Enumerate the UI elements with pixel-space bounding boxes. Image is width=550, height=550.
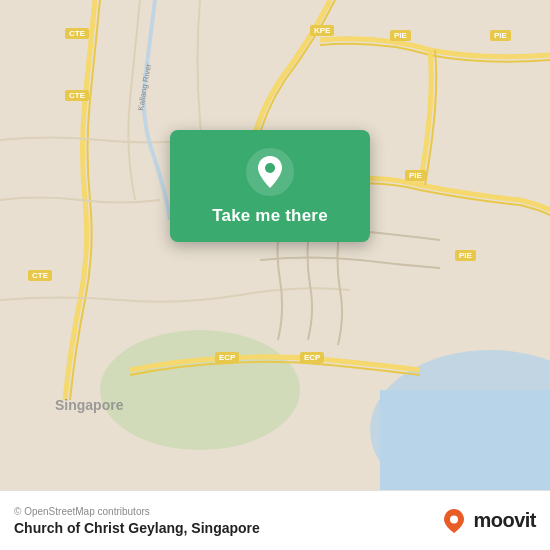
- highway-label-pie1: PIE: [390, 30, 411, 41]
- svg-point-8: [265, 163, 275, 173]
- highway-label-pie4: PIE: [455, 250, 476, 261]
- moovit-pin-icon: [440, 507, 468, 535]
- location-name-text: Church of Christ Geylang, Singapore: [14, 520, 260, 536]
- svg-text:Singapore: Singapore: [55, 397, 124, 413]
- bottom-bar-left: © OpenStreetMap contributors Church of C…: [14, 506, 260, 536]
- attribution-text: © OpenStreetMap contributors: [14, 506, 260, 517]
- bottom-bar: © OpenStreetMap contributors Church of C…: [0, 490, 550, 550]
- map-svg: Singapore Kallang River: [0, 0, 550, 490]
- highway-label-cte3: CTE: [28, 270, 52, 281]
- highway-label-ecp2: ECP: [300, 352, 324, 363]
- svg-rect-2: [380, 390, 550, 490]
- highway-label-cte1: CTE: [65, 28, 89, 39]
- highway-label-pie3: PIE: [405, 170, 426, 181]
- map-container: Singapore Kallang River PIE PIE PIE PIE …: [0, 0, 550, 490]
- highway-label-cte2: CTE: [65, 90, 89, 101]
- location-pin-icon: [246, 148, 294, 196]
- highway-label-kpe1: KPE: [310, 25, 334, 36]
- take-me-there-popup[interactable]: Take me there: [170, 130, 370, 242]
- moovit-logo: moovit: [440, 507, 536, 535]
- highway-label-pie2: PIE: [490, 30, 511, 41]
- take-me-there-label: Take me there: [212, 206, 328, 226]
- highway-label-ecp1: ECP: [215, 352, 239, 363]
- moovit-brand-text: moovit: [473, 509, 536, 532]
- svg-point-3: [100, 330, 300, 450]
- svg-point-9: [450, 515, 458, 523]
